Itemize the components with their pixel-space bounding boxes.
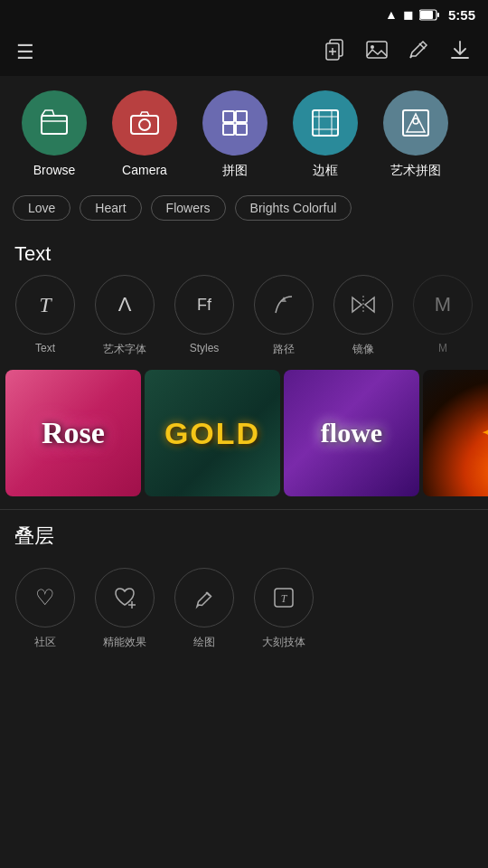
svg-marker-28 [365,297,374,312]
tool-styles-circle: Ff [174,275,234,335]
thumbnail-flowers-text: flowe [321,418,382,448]
svg-rect-15 [236,111,247,122]
svg-text:T: T [281,592,288,605]
svg-rect-16 [223,124,234,135]
camera-label: Camera [122,163,167,177]
tool-text[interactable]: T Text [5,275,85,357]
frame-label: 边框 [313,163,338,179]
thumbnail-flowers[interactable]: flowe [284,370,419,496]
tool-path[interactable]: 路径 [244,275,324,357]
thumbnail-rose[interactable]: Rose [5,370,141,496]
tool-text-circle: T [15,275,75,335]
tool-artfont-label: 艺术字体 [103,342,146,357]
download-icon[interactable] [448,38,472,67]
copy-add-icon[interactable] [324,38,347,67]
filter-love[interactable]: Love [13,195,70,221]
text-tools-row: T Text Λ 艺术字体 Ff Styles 路径 [0,275,488,357]
layers-section: 叠层 [0,510,488,559]
browse-circle [22,90,87,156]
svg-rect-18 [313,110,338,136]
tool-more-circle: M [413,275,473,335]
thumbnails-row: Rose GOLD flowe ✦ [0,357,488,509]
tool-artfont-circle: Λ [95,275,155,335]
svg-rect-22 [313,128,338,130]
image-icon[interactable] [365,38,389,67]
svg-rect-17 [236,124,247,135]
tool-mirror-circle [333,275,393,335]
layer-tool-heart-label: 社区 [34,635,56,650]
signal-icon: ◼ [403,7,414,22]
svg-point-13 [139,119,150,130]
layer-tool-textoverlay[interactable]: T 大刻技体 [244,568,324,650]
tool-mirror-label: 镜像 [352,342,374,357]
thumbnail-gold-text: GOLD [164,416,260,451]
thumbnail-fire[interactable]: ✦ [423,370,488,496]
svg-rect-11 [42,116,67,134]
tool-more[interactable]: M M [403,275,483,357]
svg-marker-27 [352,297,361,312]
main-icons-row: Browse Camera 拼图 [0,76,488,179]
tool-text-label: Text [35,342,55,354]
tool-path-circle [254,275,314,335]
browse-label: Browse [33,163,76,177]
tool-styles-label: Styles [190,342,220,354]
tool-artfont[interactable]: Λ 艺术字体 [85,275,164,357]
toolbar: ☰ [0,29,488,76]
icon-puzzle[interactable]: 拼图 [190,90,280,179]
toolbar-actions [324,38,472,67]
layer-tool-heart-circle: ♡ [15,568,75,627]
thumbnail-gold[interactable]: GOLD [145,370,280,496]
tool-path-label: 路径 [273,342,295,357]
layer-tool-heartplus-label: 精能效果 [103,635,146,650]
layers-section-title: 叠层 [14,524,54,547]
battery-icon [419,9,439,21]
icon-frame[interactable]: 边框 [280,90,371,179]
puzzle-circle [202,90,267,156]
layer-tool-draw-label: 绘图 [193,635,215,650]
icon-browse[interactable]: Browse [9,90,99,177]
filter-row: Love Heart Flowers Brights Colorful [0,179,488,231]
thumbnail-rose-text: Rose [42,416,105,450]
icon-camera[interactable]: Camera [99,90,190,177]
svg-point-8 [371,45,374,49]
filter-flowers[interactable]: Flowers [151,195,226,221]
status-time: 5:55 [448,7,475,23]
layer-tool-heartplus[interactable]: 精能效果 [85,568,164,650]
tool-mirror[interactable]: 镜像 [324,275,403,357]
layer-tool-textoverlay-circle: T [254,568,314,627]
svg-rect-14 [223,111,234,122]
svg-marker-24 [407,114,425,132]
svg-line-9 [419,43,425,49]
svg-rect-7 [367,42,387,58]
layer-tool-textoverlay-label: 大刻技体 [262,635,305,650]
frame-circle [293,90,358,156]
text-section-title: Text [0,231,488,275]
tool-styles[interactable]: Ff Styles [164,275,244,357]
svg-rect-1 [420,11,433,19]
filter-heart[interactable]: Heart [80,195,141,221]
artpuzzle-circle [383,90,448,156]
svg-rect-19 [318,110,320,136]
camera-circle [112,90,177,156]
layer-tool-draw-circle [174,568,234,627]
thumbnail-fire-text: ✦ [481,419,489,448]
puzzle-label: 拼图 [222,163,248,179]
layer-tool-heart[interactable]: ♡ 社区 [5,568,85,650]
filter-brights[interactable]: Brights Colorful [235,195,352,221]
artpuzzle-label: 艺术拼图 [390,163,441,179]
svg-rect-21 [331,110,333,136]
tool-more-label: M [438,342,447,354]
pen-icon[interactable] [407,38,430,67]
svg-rect-20 [313,116,338,118]
layers-tools-row: ♡ 社区 精能效果 绘图 T 大刻技 [0,559,488,650]
svg-rect-2 [437,13,439,17]
svg-point-25 [413,118,418,124]
layer-tool-draw[interactable]: 绘图 [164,568,244,650]
wifi-icon: ▲ [385,7,398,22]
status-bar: ▲ ◼ 5:55 [0,0,488,29]
icon-artpuzzle[interactable]: 艺术拼图 [371,90,461,179]
menu-icon[interactable]: ☰ [16,41,34,64]
layer-tool-heartplus-circle [95,568,155,627]
